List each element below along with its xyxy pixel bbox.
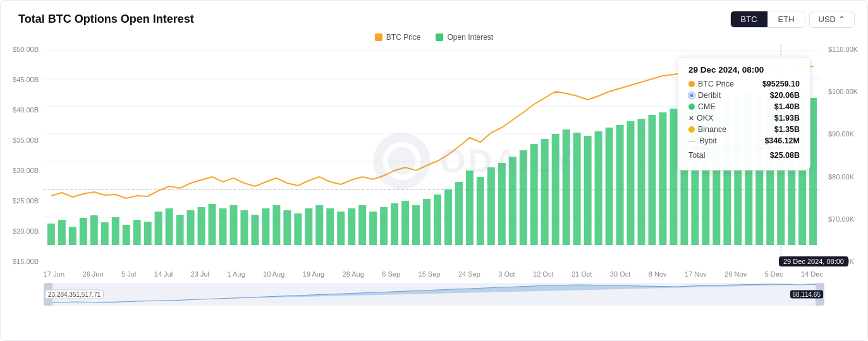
svg-rect-21 xyxy=(166,208,173,245)
svg-rect-49 xyxy=(466,170,474,245)
svg-rect-30 xyxy=(262,208,269,245)
currency-button[interactable]: USD ⌃ xyxy=(809,11,855,28)
svg-rect-53 xyxy=(509,157,517,245)
scrollbar-right-value: 68,114.65 xyxy=(790,290,824,299)
svg-rect-58 xyxy=(563,129,570,245)
svg-rect-33 xyxy=(294,213,302,245)
header-controls: BTC ETH USD ⌃ xyxy=(730,11,855,28)
svg-rect-56 xyxy=(541,139,549,245)
tooltip-binance-row: Binance $1.35B xyxy=(688,125,800,134)
scrollbar-left-handle[interactable]: 23,284,351,517.71 xyxy=(44,283,52,306)
scrollbar-right-handle[interactable]: 68,114.65 xyxy=(816,283,824,306)
svg-rect-12 xyxy=(69,227,76,245)
svg-rect-35 xyxy=(315,205,323,245)
svg-rect-54 xyxy=(520,150,527,245)
svg-rect-25 xyxy=(209,204,216,245)
svg-rect-28 xyxy=(240,210,248,245)
svg-rect-48 xyxy=(455,182,463,245)
svg-rect-40 xyxy=(369,212,377,245)
svg-rect-27 xyxy=(229,205,237,245)
scrollbar-mini-chart xyxy=(44,283,824,306)
svg-rect-34 xyxy=(305,208,312,245)
scrollbar-left-value: 23,284,351,517.71 xyxy=(45,290,104,299)
svg-rect-64 xyxy=(627,121,635,245)
svg-rect-26 xyxy=(219,208,226,245)
svg-rect-50 xyxy=(477,177,484,245)
svg-rect-65 xyxy=(638,119,645,245)
scrollbar-track[interactable]: 23,284,351,517.71 68,114.65 xyxy=(44,283,824,306)
svg-rect-31 xyxy=(272,205,280,245)
svg-rect-62 xyxy=(606,128,613,245)
chart-area: $50.00B $45.00B $40.00B $35.00B $30.00B … xyxy=(1,44,867,278)
svg-rect-29 xyxy=(251,215,259,245)
tooltip-btc-price-row: BTC Price $95259.10 xyxy=(688,80,800,88)
tooltip-deribit-dot xyxy=(688,92,695,99)
btc-price-dot xyxy=(375,33,382,41)
tooltip-cme-dot xyxy=(688,104,695,110)
open-interest-dot xyxy=(436,33,443,41)
svg-rect-17 xyxy=(123,225,130,245)
svg-rect-67 xyxy=(659,112,666,245)
svg-rect-52 xyxy=(498,163,506,245)
eth-button[interactable]: ETH xyxy=(768,11,805,27)
tooltip-okx-icon: ✕ xyxy=(688,115,694,122)
legend-btc-price: BTC Price xyxy=(375,33,421,42)
header: Total BTC Options Open Interest BTC ETH … xyxy=(1,11,867,33)
svg-rect-11 xyxy=(58,220,66,245)
tooltip-total-row: Total $25.08B xyxy=(688,148,800,160)
tooltip-binance-dot xyxy=(688,126,695,133)
tooltip-btc-dot xyxy=(688,81,695,87)
svg-rect-61 xyxy=(595,131,602,245)
svg-rect-60 xyxy=(584,136,592,245)
x-axis: 17 Jun 26 Jun 5 Jul 14 Jul 23 Jul 1 Aug … xyxy=(44,270,823,278)
svg-rect-63 xyxy=(616,125,624,245)
tooltip-datetime: 29 Dec 2024, 08:00 xyxy=(688,65,800,75)
svg-rect-51 xyxy=(487,167,495,245)
svg-rect-68 xyxy=(669,109,677,245)
svg-rect-15 xyxy=(101,222,109,245)
asset-toggle: BTC ETH xyxy=(730,11,805,28)
svg-rect-16 xyxy=(112,217,119,245)
tooltip: 29 Dec 2024, 08:00 BTC Price $95259.10 D… xyxy=(678,57,810,170)
svg-rect-43 xyxy=(401,201,409,245)
svg-rect-46 xyxy=(434,194,441,245)
svg-rect-32 xyxy=(283,210,291,245)
scrollbar-area: 23,284,351,517.71 68,114.65 xyxy=(1,278,867,311)
svg-rect-23 xyxy=(187,210,195,245)
svg-rect-20 xyxy=(155,212,162,245)
chevron-icon: ⌃ xyxy=(838,15,845,24)
current-datetime-label: 29 Dec 2024, 08:00 xyxy=(779,256,848,266)
svg-rect-44 xyxy=(412,205,420,245)
svg-rect-39 xyxy=(358,205,366,245)
main-container: Total BTC Options Open Interest BTC ETH … xyxy=(0,0,868,341)
svg-rect-38 xyxy=(348,208,355,245)
svg-rect-66 xyxy=(649,115,656,245)
legend-open-interest: Open Interest xyxy=(436,33,493,42)
tooltip-bybit-row: — Bybit $346.12M xyxy=(688,136,800,145)
tooltip-cme-row: CME $1.40B xyxy=(688,102,800,111)
svg-rect-13 xyxy=(80,218,87,245)
btc-button[interactable]: BTC xyxy=(731,11,768,27)
svg-rect-22 xyxy=(176,215,184,245)
svg-rect-19 xyxy=(144,222,152,245)
svg-rect-42 xyxy=(391,203,398,245)
tooltip-okx-row: ✕ OKX $1.93B xyxy=(688,114,800,123)
legend: BTC Price Open Interest xyxy=(1,33,867,42)
svg-rect-59 xyxy=(573,133,581,245)
svg-rect-41 xyxy=(380,207,388,245)
svg-rect-45 xyxy=(423,199,431,245)
page-title: Total BTC Options Open Interest xyxy=(18,13,194,26)
tooltip-bybit-icon: — xyxy=(688,138,695,145)
svg-rect-24 xyxy=(198,207,205,245)
svg-rect-57 xyxy=(552,134,559,245)
svg-rect-10 xyxy=(47,224,55,245)
svg-rect-37 xyxy=(337,212,345,245)
tooltip-deribit-row: Deribit $20.06B xyxy=(688,91,800,100)
svg-rect-47 xyxy=(444,189,452,245)
svg-rect-55 xyxy=(530,144,538,245)
svg-rect-36 xyxy=(326,208,334,245)
svg-rect-14 xyxy=(90,215,98,245)
svg-rect-18 xyxy=(133,220,141,245)
